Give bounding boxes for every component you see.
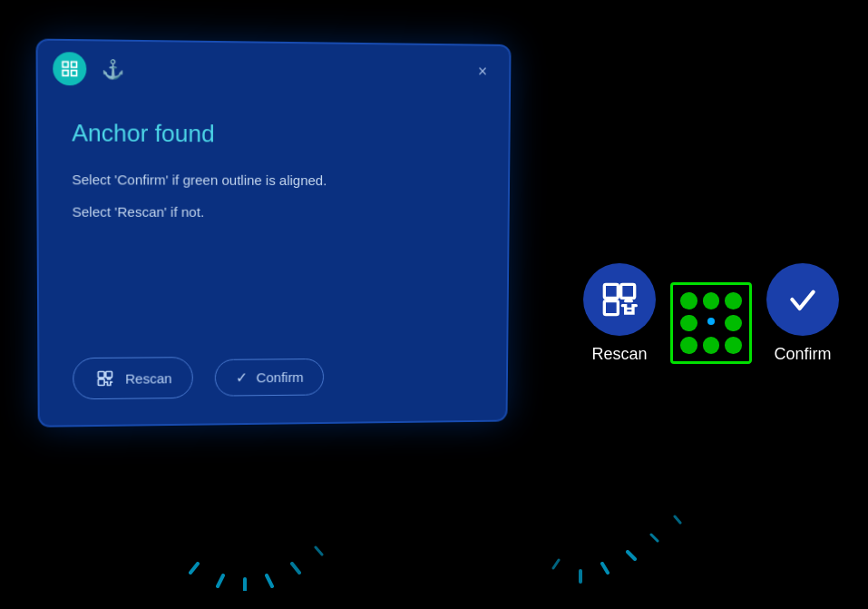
grid-dot-3	[725, 292, 742, 309]
grid-center-cell	[703, 315, 720, 332]
grid-dot-6	[725, 315, 742, 332]
rescan-large-icon	[601, 281, 638, 318]
grid-dot-8	[703, 337, 720, 354]
right-panel: Rescan Confirm	[583, 263, 839, 364]
right-arc	[526, 516, 680, 591]
rescan-icon	[94, 368, 116, 389]
dialog-title: Anchor found	[72, 119, 477, 150]
confirm-check-icon: ✓	[236, 368, 248, 386]
dialog-titlebar: ⚓ ×	[38, 41, 510, 101]
rescan-large-label: Rescan	[591, 345, 647, 364]
dialog-footer: Rescan ✓ Confirm	[73, 356, 324, 399]
svg-line-16	[553, 560, 559, 568]
svg-rect-4	[98, 371, 104, 378]
rescan-large-button[interactable]	[583, 263, 656, 336]
svg-line-10	[190, 564, 198, 573]
grid-dot-4	[680, 315, 697, 332]
svg-line-15	[316, 547, 322, 555]
rescan-svg	[96, 369, 114, 388]
scan-icon	[60, 59, 79, 78]
rescan-large-container: Rescan	[583, 263, 656, 364]
grid-dot-2	[703, 292, 720, 309]
svg-rect-3	[72, 71, 77, 76]
grid-center-dot	[707, 318, 715, 325]
gaze-arc	[0, 446, 868, 591]
dialog-instruction-1: Select 'Confirm' if green outline is ali…	[72, 170, 476, 192]
confirm-button-dialog[interactable]: ✓ Confirm	[215, 358, 325, 396]
svg-line-18	[602, 564, 608, 573]
svg-rect-5	[106, 371, 112, 378]
confirm-large-button[interactable]	[766, 263, 839, 336]
left-arc	[190, 547, 322, 591]
svg-rect-6	[98, 379, 104, 386]
svg-line-13	[267, 575, 272, 586]
svg-rect-2	[63, 70, 68, 75]
close-button[interactable]: ×	[470, 58, 495, 83]
anchor-grid	[670, 282, 752, 364]
svg-rect-8	[621, 284, 635, 298]
svg-rect-1	[71, 62, 76, 67]
svg-rect-9	[604, 301, 618, 315]
dialog-instruction-2: Select 'Rescan' if not.	[72, 201, 475, 222]
svg-line-14	[292, 564, 299, 573]
confirm-large-icon	[785, 281, 821, 318]
anchor-found-dialog: ⚓ × Anchor found Select 'Confirm' if gre…	[37, 40, 511, 427]
grid-dot-1	[680, 292, 697, 309]
rescan-label: Rescan	[125, 370, 171, 386]
confirm-large-container: Confirm	[766, 263, 839, 364]
grid-dot-7	[680, 337, 697, 354]
grid-dot-9	[725, 337, 742, 354]
dialog-body: Anchor found Select 'Confirm' if green o…	[38, 96, 509, 251]
svg-line-11	[218, 575, 223, 586]
rescan-button-dialog[interactable]: Rescan	[73, 357, 192, 399]
svg-line-21	[675, 516, 680, 523]
app-icon	[53, 52, 86, 85]
confirm-label: Confirm	[257, 369, 304, 385]
svg-line-19	[628, 552, 635, 559]
svg-line-20	[651, 535, 658, 541]
svg-rect-0	[63, 62, 68, 67]
confirm-large-label: Confirm	[774, 345, 831, 364]
anchor-grid-container	[670, 282, 752, 364]
anchor-icon: ⚓	[102, 58, 125, 81]
svg-rect-7	[604, 284, 618, 298]
